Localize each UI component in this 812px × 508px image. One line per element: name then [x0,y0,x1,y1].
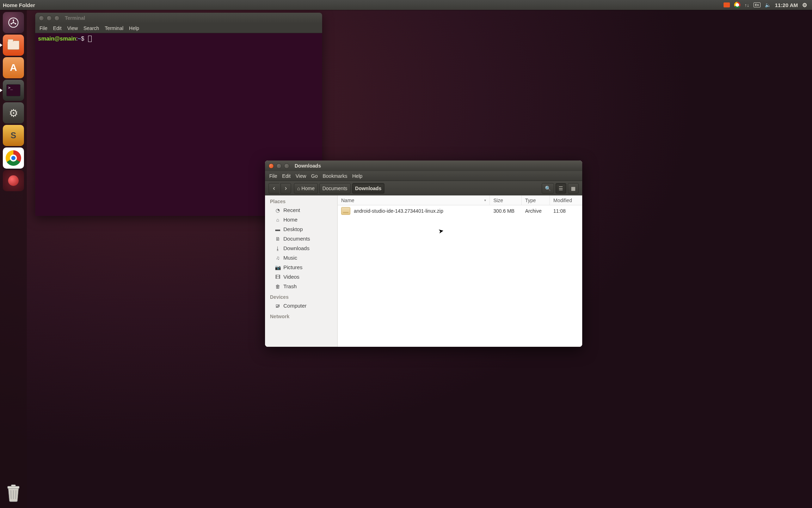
column-header-label: Size [493,198,503,203]
maximize-icon[interactable] [284,163,289,169]
terminal-menu-view[interactable]: View [67,25,78,31]
terminal-menu-terminal[interactable]: Terminal [105,25,123,31]
files-menu-bar: File Edit View Go Bookmarks Help [265,171,582,181]
sidebar-item-videos[interactable]: 🎞Videos [265,272,337,282]
sidebar-item-label: Documents [283,236,310,242]
column-header-size[interactable]: Size [490,195,522,205]
svg-line-11 [16,490,16,499]
sidebar-item-label: Desktop [283,226,303,232]
svg-line-9 [11,490,11,499]
network-indicator-icon[interactable]: ↑↓ [745,2,749,8]
home-icon: ⌂ [275,217,281,223]
files-sidebar: Places ◔Recent ⌂Home ▬Desktop 🗎Documents… [265,195,338,347]
svg-point-2 [11,23,12,24]
sidebar-item-music[interactable]: ♫Music [265,253,337,262]
minimize-icon[interactable] [47,16,52,21]
terminal-menu-edit[interactable]: Edit [53,25,62,31]
software-center-icon[interactable]: A [3,57,24,78]
sidebar-item-documents[interactable]: 🗎Documents [265,234,337,243]
sidebar-item-label: Recent [283,207,300,213]
prompt-path: ~ [78,36,81,42]
back-button[interactable]: ‹ [269,183,279,194]
column-header-row: Name▾ Size Type Modified [338,195,582,205]
desktop-icon: ▬ [275,226,281,232]
minimize-icon[interactable] [276,163,282,169]
sidebar-network-header: Network [265,310,337,320]
breadcrumb-home-label: Home [301,186,314,191]
sidebar-item-recent[interactable]: ◔Recent [265,205,337,215]
clock-label[interactable]: 11:20 AM [775,2,798,8]
close-icon[interactable] [39,16,44,21]
sublime-launcher-icon[interactable]: S [3,125,24,146]
column-header-type[interactable]: Type [522,195,550,205]
home-icon: ⌂ [297,186,300,191]
sidebar-devices-header: Devices [265,291,337,301]
chrome-indicator-icon[interactable] [734,2,740,8]
file-list[interactable]: android-studio-ide-143.2734401-linux.zip… [338,205,582,347]
terminal-menu-file[interactable]: File [39,25,48,31]
files-titlebar[interactable]: Downloads [265,161,582,171]
sidebar-item-home[interactable]: ⌂Home [265,215,337,224]
file-row[interactable]: android-studio-ide-143.2734401-linux.zip… [338,205,582,217]
files-menu-file[interactable]: File [269,173,277,179]
files-body: Places ◔Recent ⌂Home ▬Desktop 🗎Documents… [265,195,582,347]
close-icon[interactable] [269,163,274,169]
chevron-left-icon: ‹ [273,185,275,192]
files-menu-help[interactable]: Help [352,173,363,179]
chrome-launcher-icon[interactable] [3,147,24,169]
file-modified-cell: 11:08 [550,208,582,214]
search-icon: 🔍 [545,186,551,191]
sidebar-item-pictures[interactable]: 📷Pictures [265,262,337,272]
prompt-symbol: $ [81,36,84,42]
terminal-launcher-icon[interactable]: >_ [3,80,24,101]
sidebar-item-computer[interactable]: 🖳Computer [265,301,337,310]
session-cog-icon[interactable]: ⚙ [802,2,807,8]
sidebar-item-label: Trash [283,283,297,289]
archive-icon [341,207,350,215]
sidebar-item-desktop[interactable]: ▬Desktop [265,224,337,234]
settings-launcher-icon[interactable]: ⚙ [3,102,24,123]
svg-point-1 [13,19,14,21]
terminal-cursor [88,36,92,42]
trash-icon[interactable] [4,483,23,503]
recorder-launcher-icon[interactable] [3,170,24,191]
grid-view-button[interactable]: ▦ [568,183,579,194]
prompt-host: smain [60,36,76,42]
terminal-menu-help[interactable]: Help [129,25,139,31]
files-title-label: Downloads [295,163,321,169]
list-view-button[interactable]: ☰ [555,183,566,194]
indicator-app-icon[interactable] [724,2,730,7]
breadcrumb-downloads[interactable]: Downloads [352,183,385,194]
sort-caret-icon: ▾ [484,198,486,202]
files-launcher-icon[interactable] [3,35,24,56]
terminal-menu-search[interactable]: Search [84,25,99,31]
list-icon: ☰ [559,186,563,191]
files-menu-bookmarks[interactable]: Bookmarks [322,173,347,179]
column-header-modified[interactable]: Modified [550,195,582,205]
maximize-icon[interactable] [54,16,60,21]
file-size-cell: 300.6 MB [490,208,522,214]
breadcrumb-documents[interactable]: Documents [319,183,351,194]
column-header-label: Name [341,198,354,203]
search-button[interactable]: 🔍 [542,183,554,194]
svg-line-6 [13,23,15,23]
files-menu-edit[interactable]: Edit [282,173,291,179]
camera-icon: 📷 [275,265,281,270]
keyboard-layout-indicator[interactable]: En [753,2,761,7]
files-menu-go[interactable]: Go [311,173,318,179]
breadcrumb-home[interactable]: ⌂ Home [294,183,318,194]
forward-button[interactable]: › [281,183,291,194]
svg-rect-8 [11,485,16,486]
sound-indicator-icon[interactable]: 🔈 [765,2,771,8]
files-menu-view[interactable]: View [296,173,306,179]
terminal-titlebar[interactable]: Terminal [35,13,322,23]
column-header-name[interactable]: Name▾ [338,195,490,205]
column-header-label: Type [525,198,536,203]
dash-home-icon[interactable] [3,12,24,33]
file-name-cell: android-studio-ide-143.2734401-linux.zip [338,207,490,215]
sidebar-item-downloads[interactable]: ⭳Downloads [265,243,337,253]
sidebar-item-trash[interactable]: 🗑Trash [265,282,337,291]
computer-icon: 🖳 [275,303,281,309]
sidebar-item-label: Music [283,255,297,261]
download-icon: ⭳ [275,246,281,251]
